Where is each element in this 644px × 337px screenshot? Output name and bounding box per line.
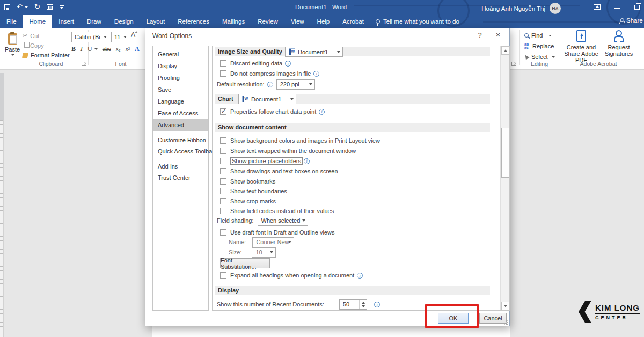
sidebar-item-quick-access-toolbar[interactable]: Quick Access Toolbar	[153, 145, 208, 157]
copy-button[interactable]: Copy	[23, 42, 44, 49]
tab-acrobat[interactable]: Acrobat	[336, 15, 370, 28]
replace-button[interactable]: abac Replace	[524, 41, 558, 52]
paste-button[interactable]: Paste	[3, 31, 21, 64]
sidebar-item-customize-ribbon[interactable]: Customize Ribbon	[153, 133, 208, 145]
default-resolution-dropdown[interactable]: 220 ppi	[276, 79, 315, 90]
font-name-combo[interactable]: Calibri (Body)	[71, 32, 109, 42]
no-compress-images-checkbox[interactable]	[220, 70, 226, 77]
field-shading-dropdown[interactable]: When selected	[258, 216, 308, 226]
customize-qat-icon[interactable]	[60, 5, 64, 9]
scope-value: Document1	[251, 96, 281, 102]
italic-button[interactable]: I	[80, 45, 83, 53]
share-label: Share	[626, 17, 643, 24]
recent-documents-spinner[interactable]: 50	[339, 299, 367, 310]
option-label: Show drawings and text boxes on screen	[230, 168, 338, 174]
option-row: Show bookmarks	[220, 177, 275, 186]
avatar[interactable]: HA	[550, 3, 561, 14]
draft-font-name-dropdown[interactable]: Courier New	[252, 237, 294, 247]
tab-review[interactable]: Review	[251, 15, 284, 28]
clipboard-dialog-launcher-icon[interactable]	[82, 62, 86, 66]
expand-headings-checkbox[interactable]	[220, 272, 226, 279]
share-button[interactable]: Share	[619, 17, 644, 24]
sidebar-item-proofing[interactable]: Proofing	[153, 72, 208, 84]
sidebar-item-ease-of-access[interactable]: Ease of Access	[153, 107, 208, 119]
scrollbar-thumb[interactable]	[501, 128, 509, 178]
find-button[interactable]: Find	[524, 30, 558, 41]
request-signatures-button[interactable]: Request Signatures	[599, 30, 639, 57]
paste-label: Paste	[5, 46, 20, 53]
dialog-scrollbar[interactable]	[500, 46, 509, 310]
discard-editing-data-checkbox[interactable]	[220, 60, 226, 67]
show-drawings-checkbox[interactable]	[220, 168, 226, 174]
sidebar-item-display[interactable]: Display	[153, 60, 208, 72]
cancel-button[interactable]: Cancel	[479, 313, 507, 324]
sidebar-item-language[interactable]: Language	[153, 96, 208, 107]
sidebar-item-add-ins[interactable]: Add-ins	[153, 159, 208, 172]
format-painter-button[interactable]: Format Painter	[23, 52, 70, 58]
sidebar-item-save[interactable]: Save	[153, 84, 208, 96]
scroll-up-icon[interactable]	[501, 46, 509, 55]
styles-dialog-launcher-icon[interactable]	[511, 62, 516, 66]
help-button[interactable]: ?	[475, 31, 485, 39]
spinner-arrows[interactable]	[359, 300, 367, 309]
draft-font-size-dropdown[interactable]: 10	[252, 247, 276, 258]
chart-scope-dropdown[interactable]: Document1	[238, 94, 296, 104]
tab-help[interactable]: Help	[311, 15, 336, 28]
show-picture-placeholders-checkbox[interactable]	[220, 158, 226, 164]
properties-follow-chart-checkbox[interactable]	[220, 108, 226, 115]
option-label: Show bookmarks	[230, 178, 275, 185]
underline-button[interactable]: U	[87, 45, 92, 53]
tab-file[interactable]: File	[0, 15, 23, 28]
font-substitution-button[interactable]: Font Substitution...	[220, 258, 270, 268]
undo-icon[interactable]: ↶	[17, 3, 23, 11]
minimize-icon[interactable]	[614, 8, 620, 9]
strikethrough-button[interactable]: abc	[103, 46, 111, 52]
tab-insert[interactable]: Insert	[52, 15, 80, 28]
sidebar-item-advanced[interactable]: Advanced	[153, 119, 208, 131]
show-background-colors-checkbox[interactable]	[220, 137, 226, 144]
info-icon: i	[304, 158, 310, 164]
restore-icon[interactable]	[634, 5, 640, 10]
superscript-button[interactable]: x²	[126, 46, 130, 52]
spin-up-icon[interactable]	[362, 302, 365, 304]
close-icon[interactable]: ✕	[493, 31, 503, 39]
touch-mouse-mode-icon[interactable]	[47, 4, 53, 10]
tab-view[interactable]: View	[284, 15, 311, 28]
ribbon-display-options-icon[interactable]	[594, 4, 601, 10]
grow-font-button[interactable]: A	[131, 31, 135, 39]
cut-label: Cut	[30, 33, 39, 39]
show-bookmarks-checkbox[interactable]	[220, 178, 226, 185]
account-area[interactable]: Hoàng Anh Nguyễn Thị HA	[481, 3, 561, 14]
save-icon[interactable]	[4, 4, 10, 10]
bold-button[interactable]: B	[71, 45, 76, 53]
tab-mailings[interactable]: Mailings	[216, 15, 251, 28]
show-text-wrapped-checkbox[interactable]	[220, 148, 226, 154]
ribbon-tabs: File Home Insert Draw Design Layout Refe…	[0, 15, 465, 28]
tab-home[interactable]: Home	[23, 15, 53, 28]
use-draft-font-checkbox[interactable]	[220, 229, 226, 236]
spin-down-icon[interactable]	[362, 305, 365, 307]
image-quality-scope-dropdown[interactable]: Document1	[285, 47, 343, 57]
tab-references[interactable]: References	[171, 15, 216, 28]
font-size-combo[interactable]: 11	[111, 32, 129, 42]
underline-caret-icon[interactable]	[94, 48, 98, 50]
show-field-codes-checkbox[interactable]	[220, 208, 226, 214]
sidebar-item-trust-center[interactable]: Trust Center	[153, 172, 208, 184]
tab-design[interactable]: Design	[108, 15, 140, 28]
sidebar-item-general[interactable]: General	[153, 48, 208, 60]
default-resolution-label: Default resolution:	[217, 81, 265, 87]
subscript-button[interactable]: x₂	[116, 46, 121, 52]
show-crop-marks-checkbox[interactable]	[220, 198, 226, 204]
option-row: Show field codes instead of their values	[220, 207, 334, 215]
create-share-pdf-button[interactable]: Create and Share Adobe PDF	[561, 30, 601, 63]
resize-grip[interactable]	[504, 320, 508, 325]
undo-dropdown-caret-icon[interactable]	[25, 6, 28, 8]
scroll-down-icon[interactable]	[501, 302, 509, 310]
show-text-boundaries-checkbox[interactable]	[220, 188, 226, 194]
tab-layout[interactable]: Layout	[140, 15, 172, 28]
tab-draw[interactable]: Draw	[80, 15, 108, 28]
text-effects-button[interactable]: A	[135, 45, 140, 53]
redo-icon[interactable]: ↻	[34, 3, 40, 11]
cut-button[interactable]: ✂ Cut	[23, 32, 39, 39]
tell-me-box[interactable]: Tell me what you want to do	[370, 15, 465, 28]
